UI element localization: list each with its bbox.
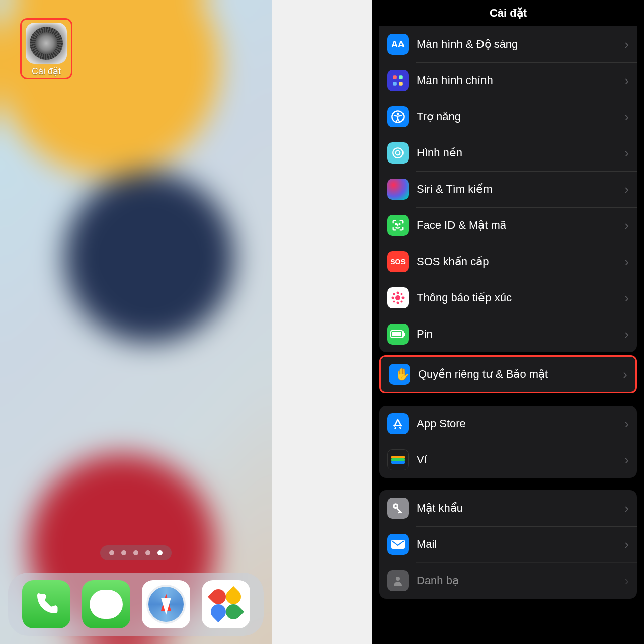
appstore-icon <box>387 413 409 434</box>
row-label: Danh bạ <box>417 574 624 587</box>
settings-app-label: Cài đặt <box>32 66 61 77</box>
settings-app-highlight: Cài đặt <box>20 18 72 79</box>
svg-rect-2 <box>393 82 397 86</box>
dock <box>8 573 264 636</box>
row-mail[interactable]: Mail › <box>379 526 637 562</box>
page-indicator[interactable] <box>100 545 172 560</box>
settings-app-icon[interactable] <box>26 23 67 64</box>
row-label: Mail <box>417 538 624 551</box>
message-bubble-icon <box>90 590 123 619</box>
phone-icon <box>33 591 60 618</box>
row-privacy[interactable]: ✋ Quyền riêng tư & Bảo mật › <box>381 357 635 392</box>
phone-app-icon[interactable] <box>22 580 70 628</box>
row-exposure[interactable]: Thông báo tiếp xúc › <box>379 280 637 316</box>
page-dot <box>145 550 150 555</box>
wallpaper-icon <box>387 142 409 164</box>
faceid-icon <box>387 215 409 236</box>
row-sos[interactable]: SOS SOS khẩn cấp › <box>379 244 637 280</box>
row-contacts[interactable]: Danh bạ › <box>379 562 637 599</box>
svg-point-15 <box>393 293 395 295</box>
svg-point-14 <box>402 297 405 299</box>
privacy-highlight: ✋ Quyền riêng tư & Bảo mật › <box>379 355 637 393</box>
svg-point-26 <box>395 505 397 507</box>
row-label: Ví <box>417 453 624 466</box>
svg-rect-21 <box>404 333 405 336</box>
settings-group-3: Mật khẩu › Mail › Danh bạ › <box>379 490 637 599</box>
row-label: Siri & Tìm kiếm <box>417 183 624 196</box>
svg-rect-0 <box>393 75 397 79</box>
row-label: App Store <box>417 417 624 430</box>
chevron-right-icon: › <box>624 537 629 552</box>
chevron-right-icon: › <box>623 367 627 382</box>
row-appstore[interactable]: App Store › <box>379 406 637 442</box>
safari-app-icon[interactable] <box>142 580 190 628</box>
row-homescreen[interactable]: Màn hình chính › <box>379 62 637 99</box>
chevron-right-icon: › <box>624 452 629 468</box>
row-label: Mật khẩu <box>417 502 624 515</box>
svg-point-7 <box>396 151 400 155</box>
wallet-icon <box>387 449 409 470</box>
mail-icon <box>387 534 409 555</box>
chevron-right-icon: › <box>624 109 629 125</box>
messages-app-icon[interactable] <box>82 580 130 628</box>
row-label: SOS khẩn cấp <box>417 255 624 268</box>
row-faceid[interactable]: Face ID & Mật mã › <box>379 207 637 244</box>
row-label: Quyền riêng tư & Bảo mật <box>418 368 623 381</box>
row-label: Màn hình & Độ sáng <box>417 38 624 51</box>
sos-icon: SOS <box>387 251 409 272</box>
siri-icon <box>387 179 409 200</box>
row-label: Trợ năng <box>417 110 624 123</box>
row-label: Pin <box>417 328 624 341</box>
svg-point-9 <box>399 224 400 225</box>
row-wallpaper[interactable]: Hình nền › <box>379 135 637 171</box>
settings-panel: Cài đặt AA Màn hình & Độ sáng › Màn hình… <box>372 0 644 644</box>
settings-group-2: App Store › Ví › <box>379 406 637 478</box>
page-dot <box>121 550 126 555</box>
compass-icon <box>146 585 186 624</box>
privacy-icon: ✋ <box>389 364 410 385</box>
row-siri[interactable]: Siri & Tìm kiếm › <box>379 171 637 207</box>
row-display[interactable]: AA Màn hình & Độ sáng › <box>379 26 637 62</box>
svg-point-18 <box>401 301 403 303</box>
layout-gap <box>272 0 372 644</box>
gear-icon <box>30 27 63 60</box>
row-label: Hình nền <box>417 146 624 159</box>
svg-point-6 <box>393 148 403 158</box>
chevron-right-icon: › <box>624 290 629 306</box>
svg-point-16 <box>401 293 403 295</box>
row-label: Màn hình chính <box>417 74 624 87</box>
chevron-right-icon: › <box>624 182 629 197</box>
row-label: Face ID & Mật mã <box>417 219 624 232</box>
svg-point-28 <box>396 577 400 581</box>
svg-point-8 <box>396 224 397 225</box>
chevron-right-icon: › <box>624 573 629 589</box>
svg-point-12 <box>397 302 399 304</box>
chevron-right-icon: › <box>624 37 629 52</box>
svg-rect-3 <box>399 82 403 86</box>
homescreen-panel: Cài đặt <box>0 0 272 644</box>
svg-point-13 <box>392 297 394 299</box>
contacts-icon <box>387 570 409 591</box>
svg-point-5 <box>397 113 399 115</box>
chevron-right-icon: › <box>624 327 629 342</box>
page-dot <box>109 550 114 555</box>
settings-scroll[interactable]: AA Màn hình & Độ sáng › Màn hình chính ›… <box>372 26 644 644</box>
settings-group-1: AA Màn hình & Độ sáng › Màn hình chính ›… <box>379 26 637 352</box>
google-photos-app-icon[interactable] <box>202 580 250 628</box>
chevron-right-icon: › <box>624 254 629 270</box>
page-dot-active <box>157 550 163 555</box>
battery-icon <box>387 324 409 345</box>
page-dot <box>133 550 138 555</box>
row-accessibility[interactable]: Trợ năng › <box>379 99 637 135</box>
row-battery[interactable]: Pin › <box>379 316 637 352</box>
svg-rect-27 <box>391 540 405 549</box>
chevron-right-icon: › <box>624 145 629 161</box>
row-passwords[interactable]: Mật khẩu › <box>379 490 637 526</box>
chevron-right-icon: › <box>624 416 629 432</box>
accessibility-icon <box>387 106 409 127</box>
row-wallet[interactable]: Ví › <box>379 442 637 478</box>
svg-rect-24 <box>391 461 405 464</box>
chevron-right-icon: › <box>624 73 629 89</box>
photos-icon <box>211 589 241 619</box>
chevron-right-icon: › <box>624 218 629 233</box>
